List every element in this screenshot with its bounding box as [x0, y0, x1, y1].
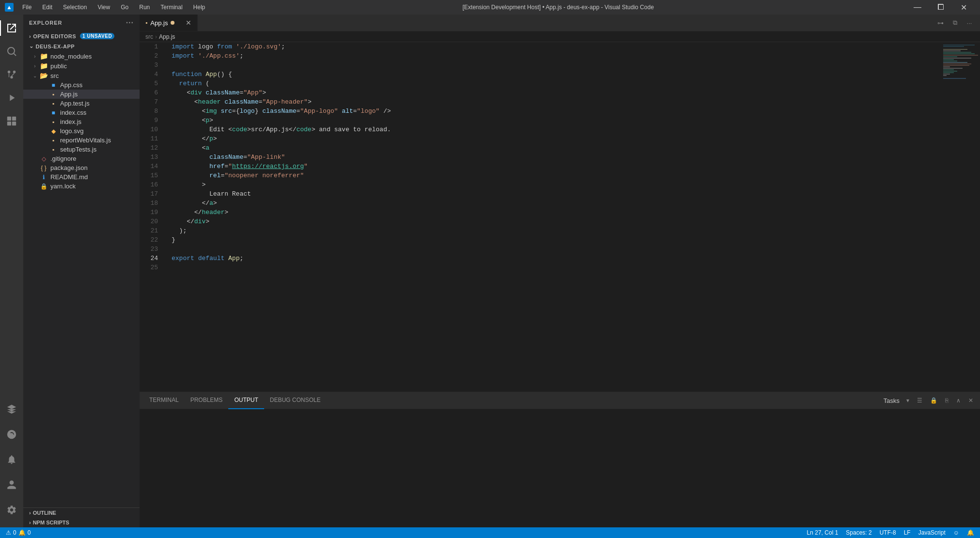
tree-item-public[interactable]: › 📁 public	[23, 61, 140, 71]
code-line-18: </a>	[168, 199, 937, 208]
panel-collapse-button[interactable]: ∧	[953, 396, 964, 405]
unsaved-badge: 1 UNSAVED	[80, 33, 114, 39]
tree-item-app-test-js[interactable]: ▪ App.test.js	[23, 99, 140, 108]
sidebar-more-button[interactable]: ···	[126, 18, 134, 27]
ln-3: 3	[154, 61, 158, 70]
panel-lock-button[interactable]: 🔒	[927, 396, 940, 405]
tab-close-button[interactable]: ✕	[186, 19, 191, 27]
tree-item-index-js[interactable]: ▪ index.js	[23, 117, 140, 126]
tree-item-gitignore[interactable]: ◇ .gitignore	[23, 154, 140, 163]
ln-2: 2	[154, 51, 158, 61]
file-icon-gitignore: ◇	[39, 155, 48, 162]
minimize-button[interactable]: —	[906, 0, 929, 15]
code-content[interactable]: 1 2 3 4 5 6 7 8 9 10 11 12 13	[140, 42, 941, 392]
activitybar-source-control[interactable]	[0, 63, 23, 86]
activitybar-extensions[interactable]	[0, 109, 23, 133]
panel-tab-problems[interactable]: PROBLEMS	[185, 392, 229, 409]
ln-7: 7	[154, 97, 158, 107]
tree-item-logo-svg[interactable]: ◆ logo.svg	[23, 126, 140, 136]
status-spaces[interactable]: Spaces: 2	[844, 529, 873, 536]
panel-menu-button[interactable]: ☰	[914, 396, 925, 405]
status-errors[interactable]: ⚠ 0 🔔 0	[4, 529, 32, 536]
tree-item-package-json[interactable]: { } package.json	[23, 163, 140, 172]
menu-view[interactable]: View	[93, 2, 115, 13]
open-editors-section[interactable]: › Open Editors 1 UNSAVED	[23, 31, 140, 41]
tree-item-label-app-css: App.css	[60, 81, 82, 89]
status-line-ending[interactable]: LF	[902, 529, 913, 536]
tree-item-app-css[interactable]: ■ App.css	[23, 80, 140, 90]
menu-file[interactable]: File	[17, 2, 36, 13]
svg-rect-10	[12, 122, 16, 125]
split-editor-button[interactable]: ⧉	[948, 16, 962, 30]
breadcrumb-sep-1: ›	[155, 33, 157, 40]
tree-item-src[interactable]: ⌄ 📂 src	[23, 71, 140, 80]
tab-label: App.js	[150, 19, 168, 27]
code-line-13: className="App-link"	[168, 153, 937, 162]
activitybar-run[interactable]	[0, 86, 23, 109]
language-text: JavaScript	[918, 529, 946, 536]
outline-section[interactable]: › OUTLINE	[23, 508, 140, 518]
ln-4: 4	[154, 70, 158, 79]
notifications-icon: 🔔	[967, 529, 974, 536]
activitybar-explorer[interactable]	[0, 16, 23, 40]
activitybar-settings[interactable]	[0, 498, 23, 522]
ln-19: 19	[150, 208, 158, 217]
activitybar	[0, 15, 23, 527]
svg-point-4	[10, 76, 13, 79]
panel-content	[140, 409, 980, 527]
tree-item-app-js[interactable]: ▪ App.js	[23, 90, 140, 99]
panel-copy-button[interactable]: ⎘	[942, 396, 951, 405]
menu-go[interactable]: Go	[116, 2, 133, 13]
code-line-21: );	[168, 226, 937, 235]
status-encoding[interactable]: UTF-8	[878, 529, 898, 536]
panel-tab-debug-console[interactable]: DEBUG CONSOLE	[264, 392, 327, 409]
tree-item-label-gitignore: .gitignore	[50, 155, 76, 162]
more-actions-button[interactable]: ···	[963, 16, 976, 30]
menu-terminal[interactable]: Terminal	[156, 2, 187, 13]
menu-selection[interactable]: Selection	[58, 2, 92, 13]
menu-edit[interactable]: Edit	[37, 2, 57, 13]
menu-run[interactable]: Run	[134, 2, 155, 13]
tree-item-index-css[interactable]: ■ index.css	[23, 108, 140, 117]
tree-item-reportwebvitals[interactable]: ▪ reportWebVitals.js	[23, 136, 140, 145]
tab-app-js[interactable]: ▪ App.js ✕	[140, 15, 198, 31]
tree-item-setuptests[interactable]: ▪ setupTests.js	[23, 145, 140, 154]
tree-item-label-app-js: App.js	[60, 91, 78, 98]
activitybar-deploy[interactable]	[0, 398, 23, 421]
status-language[interactable]: JavaScript	[917, 529, 948, 536]
menu-bar: File Edit Selection View Go Run Terminal…	[17, 2, 210, 13]
status-feedback[interactable]: ☺	[951, 529, 961, 536]
ln-18: 18	[150, 199, 158, 208]
activitybar-search[interactable]	[0, 40, 23, 63]
open-editors-arrow: ›	[29, 33, 31, 39]
activitybar-account[interactable]	[0, 473, 23, 496]
activitybar-notifications[interactable]	[0, 448, 23, 471]
project-section[interactable]: ⌄ DEUS-EX-APP	[23, 41, 140, 51]
status-notifications[interactable]: 🔔	[965, 529, 976, 536]
panel-close-button[interactable]: ✕	[965, 396, 976, 405]
status-position[interactable]: Ln 27, Col 1	[805, 529, 840, 536]
tree-item-yarn-lock[interactable]: 🔒 yarn.lock	[23, 182, 140, 191]
tasks-dropdown-area: Tasks ▾	[884, 396, 912, 405]
breadcrumb-src[interactable]: src	[145, 33, 153, 40]
breadcrumb-appjs[interactable]: App.js	[159, 33, 175, 40]
panel-tab-terminal[interactable]: TERMINAL	[143, 392, 185, 409]
ln-9: 9	[154, 116, 158, 125]
npm-scripts-section[interactable]: › NPM SCRIPTS	[23, 518, 140, 527]
tree-item-node-modules[interactable]: › 📁 node_modules	[23, 51, 140, 61]
file-icon-setuptests: ▪	[48, 146, 58, 153]
folder-arrow-node-modules: ›	[31, 54, 39, 59]
panel-tab-output[interactable]: OUTPUT	[228, 392, 264, 409]
outline-arrow: ›	[29, 510, 31, 516]
maximize-button[interactable]: ⧠	[930, 0, 952, 15]
activitybar-spotify[interactable]	[0, 423, 23, 446]
svg-line-1	[14, 54, 16, 56]
ln-12: 12	[150, 143, 158, 153]
code-lines[interactable]: import logo from './logo.svg'; import '.…	[164, 42, 941, 272]
tree-item-readme-md[interactable]: ℹ README.md	[23, 172, 140, 182]
remote-icon[interactable]: ⊶	[933, 16, 947, 30]
panel-dropdown-button[interactable]: ▾	[903, 396, 912, 405]
npm-scripts-label: NPM SCRIPTS	[33, 520, 69, 525]
close-button[interactable]: ✕	[953, 0, 975, 15]
menu-help[interactable]: Help	[189, 2, 210, 13]
